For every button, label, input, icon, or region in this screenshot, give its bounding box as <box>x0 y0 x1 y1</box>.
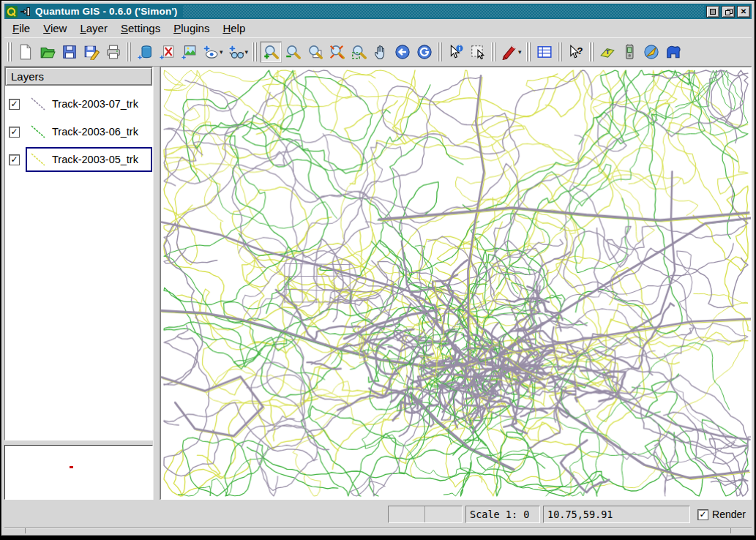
menu-item-layer[interactable]: Layer <box>73 20 114 37</box>
layer-entry[interactable]: Track-2003-05_trk <box>26 147 152 172</box>
file-new-icon <box>18 44 34 60</box>
add-vector-layer-button[interactable] <box>157 42 177 62</box>
layer-item-track-2003-06_trk[interactable]: ✓Track-2003-06_trk <box>5 118 152 146</box>
nav-back-icon <box>394 44 411 60</box>
zoom-out-icon <box>285 44 301 60</box>
window-title: Quantum GIS - 0.6.0 ('Simon') <box>34 6 181 18</box>
toolbar-handle-navigation[interactable] <box>252 42 258 61</box>
layer-label[interactable]: Track-2003-06_trk <box>52 126 138 138</box>
menu-item-view[interactable]: View <box>37 20 73 37</box>
svg-text:T: T <box>605 47 610 55</box>
identify-features-button[interactable]: i <box>446 42 466 62</box>
map-overview-panel[interactable] <box>4 445 153 500</box>
whats-this-icon: ? <box>568 44 584 60</box>
maximize-button[interactable] <box>722 6 735 18</box>
close-button[interactable]: ✕ <box>737 6 750 18</box>
toolbar-handle-info[interactable] <box>438 42 444 61</box>
attribute-table-icon <box>536 44 553 60</box>
render-checkbox[interactable]: ✓ <box>697 509 708 520</box>
add-vector-layer-icon <box>159 44 175 60</box>
open-project-button[interactable] <box>37 42 58 62</box>
layer-entry[interactable]: Track-2003-07_trk <box>26 91 152 116</box>
qgis-logo-icon <box>6 6 18 18</box>
mapserver-export-button[interactable] <box>663 42 684 62</box>
add-raster-layer-icon <box>181 44 197 60</box>
menu-item-file[interactable]: File <box>6 20 37 37</box>
render-toggle[interactable]: ✓ Render <box>693 506 749 523</box>
add-postgis-layer-icon <box>137 44 153 60</box>
zoom-out-button[interactable] <box>282 42 303 62</box>
layer-label[interactable]: Track-2003-05_trk <box>52 154 138 165</box>
compass-dart-icon <box>643 44 659 60</box>
toolbar-handle-file[interactable] <box>7 42 13 61</box>
dropdown-arrow-icon[interactable]: ▾ <box>518 48 522 56</box>
new-vector-layer-button[interactable]: ▾ <box>201 42 225 62</box>
map-canvas[interactable] <box>161 67 751 499</box>
layer-item-track-2003-07_trk[interactable]: ✓Track-2003-07_trk <box>5 90 152 118</box>
folder-open-icon <box>40 44 56 60</box>
render-label: Render <box>712 509 746 520</box>
select-icon <box>470 44 486 60</box>
geo-plugin-button[interactable] <box>641 42 662 62</box>
zoom-selected-icon <box>329 44 345 60</box>
layer-visibility-checkbox[interactable]: ✓ <box>9 99 20 110</box>
zoom-last-button[interactable] <box>348 42 369 62</box>
pan-icon <box>373 44 389 60</box>
layer-visibility-checkbox[interactable]: ✓ <box>9 127 20 138</box>
mapserver-icon <box>665 44 681 60</box>
menu-item-settings[interactable]: Settings <box>114 20 167 37</box>
left-panel: Layers ✓Track-2003-07_trk✓Track-2003-06_… <box>4 67 153 500</box>
zoom-in-button[interactable] <box>261 42 281 62</box>
layers-panel-header[interactable]: Layers <box>5 67 152 86</box>
dropdown-arrow-icon[interactable]: ▾ <box>220 48 223 56</box>
pan-map-button[interactable] <box>370 42 391 62</box>
window-resize-strip[interactable] <box>4 528 752 533</box>
layer-visibility-checkbox[interactable]: ✓ <box>9 154 20 165</box>
menu-bar: FileViewLayerSettingsPluginsHelp <box>4 19 752 38</box>
toolbar-handle-table[interactable] <box>526 42 532 61</box>
gps-tools-button[interactable]: ▾ <box>226 42 250 62</box>
capture-tool-button[interactable]: ▾ <box>499 42 523 62</box>
titlebar-texture <box>183 5 705 18</box>
gps-importer-button[interactable] <box>619 42 640 62</box>
label-tool-button[interactable]: T <box>597 42 618 62</box>
gps-tools-icon <box>228 44 244 60</box>
toolbar-handle-plugins[interactable] <box>589 42 595 61</box>
save-as-icon <box>83 44 100 60</box>
svg-text:?: ? <box>577 45 583 56</box>
dropdown-arrow-icon[interactable]: ▾ <box>245 48 249 56</box>
layer-entry[interactable]: Track-2003-06_trk <box>26 119 152 144</box>
new-project-button[interactable] <box>15 42 36 62</box>
refresh-map-button[interactable] <box>414 42 435 62</box>
zoom-last-icon <box>351 44 367 60</box>
layers-panel: Layers ✓Track-2003-07_trk✓Track-2003-06_… <box>4 67 153 440</box>
vertical-splitter[interactable] <box>153 67 160 500</box>
print-button[interactable] <box>103 42 124 62</box>
toolbar-handle-digitize[interactable] <box>491 42 497 61</box>
maximize-icon <box>725 9 732 15</box>
toolbar-handle-layers[interactable] <box>127 42 132 61</box>
capture-pencil-icon <box>501 44 517 60</box>
layer-item-track-2003-05_trk[interactable]: ✓Track-2003-05_trk <box>5 146 152 173</box>
layer-label[interactable]: Track-2003-07_trk <box>52 98 138 110</box>
minimize-button[interactable] <box>706 6 719 18</box>
zoom-previous-button[interactable] <box>392 42 413 62</box>
save-project-button[interactable] <box>59 42 80 62</box>
zoom-to-selection-button[interactable] <box>326 42 347 62</box>
save-project-as-button[interactable] <box>81 42 102 62</box>
add-raster-layer-button[interactable] <box>179 42 199 62</box>
main-content: Layers ✓Track-2003-07_trk✓Track-2003-06_… <box>4 67 752 500</box>
menu-item-help[interactable]: Help <box>216 20 252 37</box>
open-attribute-table-button[interactable] <box>534 42 555 62</box>
print-icon <box>105 44 121 60</box>
qgis-main-window: Quantum GIS - 0.6.0 ('Simon') ✕ FileView… <box>1 1 755 536</box>
add-postgis-layer-button[interactable] <box>135 42 155 62</box>
select-features-button[interactable] <box>468 42 488 62</box>
title-bar[interactable]: Quantum GIS - 0.6.0 ('Simon') ✕ <box>4 4 752 19</box>
menu-item-plugins[interactable]: Plugins <box>167 20 216 37</box>
whats-this-help-button[interactable]: ? <box>566 42 586 62</box>
zoom-in-icon <box>263 44 279 60</box>
toolbar-handle-help[interactable] <box>558 42 564 61</box>
zoom-full-extent-button[interactable] <box>304 42 325 62</box>
pin-icon[interactable] <box>20 7 31 17</box>
